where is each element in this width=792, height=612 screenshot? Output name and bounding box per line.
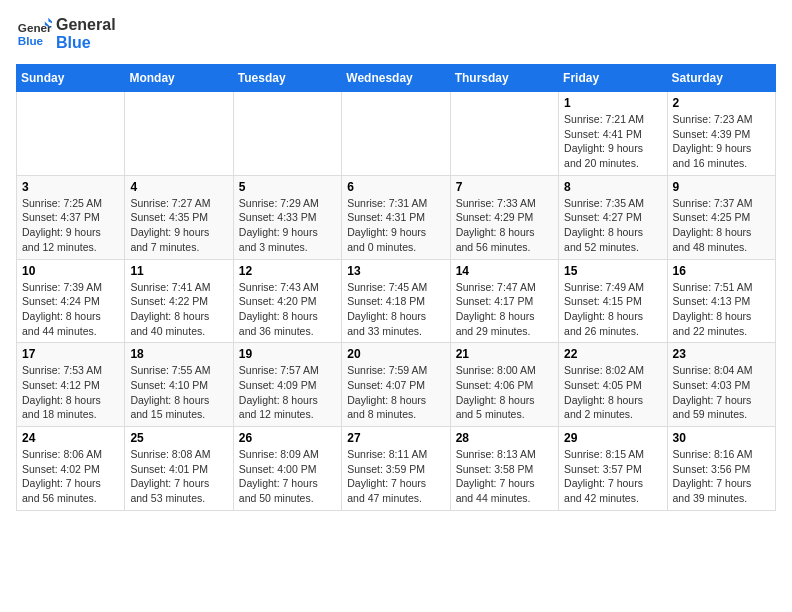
day-number: 12 bbox=[239, 264, 336, 278]
day-number: 25 bbox=[130, 431, 227, 445]
calendar-cell: 10Sunrise: 7:39 AM Sunset: 4:24 PM Dayli… bbox=[17, 259, 125, 343]
calendar-cell: 4Sunrise: 7:27 AM Sunset: 4:35 PM Daylig… bbox=[125, 175, 233, 259]
day-detail: Sunrise: 7:29 AM Sunset: 4:33 PM Dayligh… bbox=[239, 196, 336, 255]
weekday-header-tuesday: Tuesday bbox=[233, 65, 341, 92]
calendar-cell: 5Sunrise: 7:29 AM Sunset: 4:33 PM Daylig… bbox=[233, 175, 341, 259]
day-number: 2 bbox=[673, 96, 770, 110]
calendar-cell bbox=[17, 92, 125, 176]
calendar-cell: 18Sunrise: 7:55 AM Sunset: 4:10 PM Dayli… bbox=[125, 343, 233, 427]
calendar-cell: 26Sunrise: 8:09 AM Sunset: 4:00 PM Dayli… bbox=[233, 427, 341, 511]
day-detail: Sunrise: 7:25 AM Sunset: 4:37 PM Dayligh… bbox=[22, 196, 119, 255]
day-detail: Sunrise: 8:00 AM Sunset: 4:06 PM Dayligh… bbox=[456, 363, 553, 422]
day-detail: Sunrise: 7:33 AM Sunset: 4:29 PM Dayligh… bbox=[456, 196, 553, 255]
day-detail: Sunrise: 7:21 AM Sunset: 4:41 PM Dayligh… bbox=[564, 112, 661, 171]
day-number: 17 bbox=[22, 347, 119, 361]
day-number: 6 bbox=[347, 180, 444, 194]
calendar-cell: 8Sunrise: 7:35 AM Sunset: 4:27 PM Daylig… bbox=[559, 175, 667, 259]
day-detail: Sunrise: 7:23 AM Sunset: 4:39 PM Dayligh… bbox=[673, 112, 770, 171]
svg-text:General: General bbox=[18, 21, 52, 34]
logo-general-text: General bbox=[56, 16, 116, 34]
day-detail: Sunrise: 7:47 AM Sunset: 4:17 PM Dayligh… bbox=[456, 280, 553, 339]
calendar-week-3: 10Sunrise: 7:39 AM Sunset: 4:24 PM Dayli… bbox=[17, 259, 776, 343]
day-detail: Sunrise: 7:55 AM Sunset: 4:10 PM Dayligh… bbox=[130, 363, 227, 422]
day-detail: Sunrise: 8:09 AM Sunset: 4:00 PM Dayligh… bbox=[239, 447, 336, 506]
day-detail: Sunrise: 7:43 AM Sunset: 4:20 PM Dayligh… bbox=[239, 280, 336, 339]
day-detail: Sunrise: 7:27 AM Sunset: 4:35 PM Dayligh… bbox=[130, 196, 227, 255]
calendar-cell: 28Sunrise: 8:13 AM Sunset: 3:58 PM Dayli… bbox=[450, 427, 558, 511]
weekday-header-wednesday: Wednesday bbox=[342, 65, 450, 92]
day-detail: Sunrise: 8:16 AM Sunset: 3:56 PM Dayligh… bbox=[673, 447, 770, 506]
calendar-week-1: 1Sunrise: 7:21 AM Sunset: 4:41 PM Daylig… bbox=[17, 92, 776, 176]
weekday-header-monday: Monday bbox=[125, 65, 233, 92]
day-detail: Sunrise: 8:13 AM Sunset: 3:58 PM Dayligh… bbox=[456, 447, 553, 506]
calendar-cell bbox=[342, 92, 450, 176]
day-number: 19 bbox=[239, 347, 336, 361]
day-number: 3 bbox=[22, 180, 119, 194]
svg-text:Blue: Blue bbox=[18, 34, 44, 47]
day-detail: Sunrise: 7:49 AM Sunset: 4:15 PM Dayligh… bbox=[564, 280, 661, 339]
day-number: 10 bbox=[22, 264, 119, 278]
calendar-cell: 3Sunrise: 7:25 AM Sunset: 4:37 PM Daylig… bbox=[17, 175, 125, 259]
day-number: 28 bbox=[456, 431, 553, 445]
day-detail: Sunrise: 7:57 AM Sunset: 4:09 PM Dayligh… bbox=[239, 363, 336, 422]
calendar-week-5: 24Sunrise: 8:06 AM Sunset: 4:02 PM Dayli… bbox=[17, 427, 776, 511]
day-detail: Sunrise: 8:08 AM Sunset: 4:01 PM Dayligh… bbox=[130, 447, 227, 506]
calendar-cell: 27Sunrise: 8:11 AM Sunset: 3:59 PM Dayli… bbox=[342, 427, 450, 511]
calendar-cell: 21Sunrise: 8:00 AM Sunset: 4:06 PM Dayli… bbox=[450, 343, 558, 427]
day-detail: Sunrise: 7:53 AM Sunset: 4:12 PM Dayligh… bbox=[22, 363, 119, 422]
calendar-cell: 16Sunrise: 7:51 AM Sunset: 4:13 PM Dayli… bbox=[667, 259, 775, 343]
day-number: 11 bbox=[130, 264, 227, 278]
calendar-cell: 11Sunrise: 7:41 AM Sunset: 4:22 PM Dayli… bbox=[125, 259, 233, 343]
day-detail: Sunrise: 7:31 AM Sunset: 4:31 PM Dayligh… bbox=[347, 196, 444, 255]
calendar-cell bbox=[233, 92, 341, 176]
calendar-cell: 22Sunrise: 8:02 AM Sunset: 4:05 PM Dayli… bbox=[559, 343, 667, 427]
day-detail: Sunrise: 8:15 AM Sunset: 3:57 PM Dayligh… bbox=[564, 447, 661, 506]
day-detail: Sunrise: 8:06 AM Sunset: 4:02 PM Dayligh… bbox=[22, 447, 119, 506]
calendar-cell: 19Sunrise: 7:57 AM Sunset: 4:09 PM Dayli… bbox=[233, 343, 341, 427]
weekday-header-sunday: Sunday bbox=[17, 65, 125, 92]
day-number: 23 bbox=[673, 347, 770, 361]
day-number: 1 bbox=[564, 96, 661, 110]
day-detail: Sunrise: 7:35 AM Sunset: 4:27 PM Dayligh… bbox=[564, 196, 661, 255]
day-number: 20 bbox=[347, 347, 444, 361]
day-number: 9 bbox=[673, 180, 770, 194]
day-number: 7 bbox=[456, 180, 553, 194]
day-number: 14 bbox=[456, 264, 553, 278]
calendar-cell: 15Sunrise: 7:49 AM Sunset: 4:15 PM Dayli… bbox=[559, 259, 667, 343]
day-number: 24 bbox=[22, 431, 119, 445]
calendar-cell: 2Sunrise: 7:23 AM Sunset: 4:39 PM Daylig… bbox=[667, 92, 775, 176]
calendar-table: SundayMondayTuesdayWednesdayThursdayFrid… bbox=[16, 64, 776, 511]
day-detail: Sunrise: 8:11 AM Sunset: 3:59 PM Dayligh… bbox=[347, 447, 444, 506]
calendar-cell: 7Sunrise: 7:33 AM Sunset: 4:29 PM Daylig… bbox=[450, 175, 558, 259]
calendar-cell bbox=[450, 92, 558, 176]
calendar-cell: 12Sunrise: 7:43 AM Sunset: 4:20 PM Dayli… bbox=[233, 259, 341, 343]
day-number: 26 bbox=[239, 431, 336, 445]
day-number: 29 bbox=[564, 431, 661, 445]
day-detail: Sunrise: 7:59 AM Sunset: 4:07 PM Dayligh… bbox=[347, 363, 444, 422]
weekday-header-friday: Friday bbox=[559, 65, 667, 92]
calendar-cell: 9Sunrise: 7:37 AM Sunset: 4:25 PM Daylig… bbox=[667, 175, 775, 259]
logo: General Blue General Blue bbox=[16, 16, 116, 52]
day-number: 13 bbox=[347, 264, 444, 278]
calendar-cell: 20Sunrise: 7:59 AM Sunset: 4:07 PM Dayli… bbox=[342, 343, 450, 427]
day-number: 21 bbox=[456, 347, 553, 361]
calendar-cell: 1Sunrise: 7:21 AM Sunset: 4:41 PM Daylig… bbox=[559, 92, 667, 176]
day-number: 16 bbox=[673, 264, 770, 278]
page-header: General Blue General Blue bbox=[16, 16, 776, 52]
day-number: 22 bbox=[564, 347, 661, 361]
calendar-cell: 13Sunrise: 7:45 AM Sunset: 4:18 PM Dayli… bbox=[342, 259, 450, 343]
calendar-cell: 17Sunrise: 7:53 AM Sunset: 4:12 PM Dayli… bbox=[17, 343, 125, 427]
calendar-cell: 24Sunrise: 8:06 AM Sunset: 4:02 PM Dayli… bbox=[17, 427, 125, 511]
day-detail: Sunrise: 8:02 AM Sunset: 4:05 PM Dayligh… bbox=[564, 363, 661, 422]
day-number: 15 bbox=[564, 264, 661, 278]
day-detail: Sunrise: 8:04 AM Sunset: 4:03 PM Dayligh… bbox=[673, 363, 770, 422]
calendar-cell bbox=[125, 92, 233, 176]
calendar-week-4: 17Sunrise: 7:53 AM Sunset: 4:12 PM Dayli… bbox=[17, 343, 776, 427]
day-detail: Sunrise: 7:45 AM Sunset: 4:18 PM Dayligh… bbox=[347, 280, 444, 339]
day-detail: Sunrise: 7:51 AM Sunset: 4:13 PM Dayligh… bbox=[673, 280, 770, 339]
day-number: 27 bbox=[347, 431, 444, 445]
weekday-header-thursday: Thursday bbox=[450, 65, 558, 92]
day-detail: Sunrise: 7:39 AM Sunset: 4:24 PM Dayligh… bbox=[22, 280, 119, 339]
day-number: 30 bbox=[673, 431, 770, 445]
day-number: 5 bbox=[239, 180, 336, 194]
